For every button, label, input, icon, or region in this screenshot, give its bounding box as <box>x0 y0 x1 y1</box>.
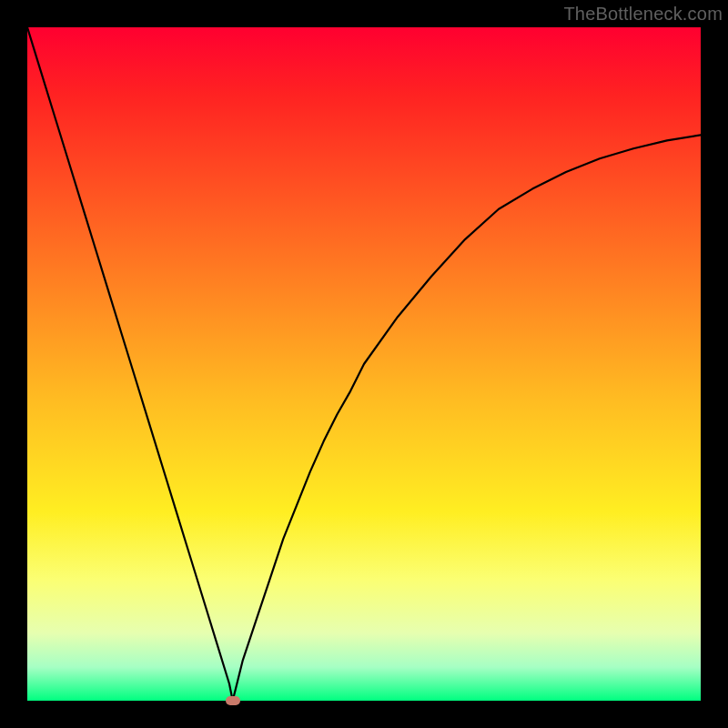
bottleneck-curve <box>27 27 701 701</box>
chart-frame: TheBottleneck.com <box>0 0 728 728</box>
watermark-text: TheBottleneck.com <box>563 4 723 25</box>
plot-area <box>27 27 701 701</box>
minimum-marker <box>226 696 240 705</box>
